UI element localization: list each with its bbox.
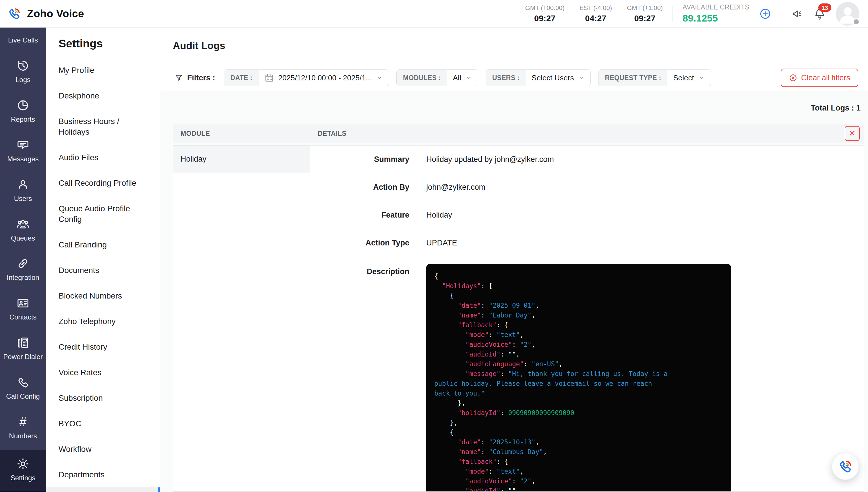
- timezone-label: EST (-4:00): [579, 4, 612, 12]
- clear-circle-icon: [789, 73, 797, 82]
- add-credits-button[interactable]: [759, 8, 771, 20]
- settings-menu-item-audit-logs[interactable]: Audit Logs: [46, 487, 160, 492]
- settings-menu-item-credit-history[interactable]: Credit History: [46, 334, 160, 360]
- code-line: "date": "2025-10-13",: [434, 437, 723, 447]
- zoho-voice-phone-icon: [7, 6, 22, 21]
- filter-users[interactable]: USERS :Select Users: [486, 70, 591, 86]
- announcements-button[interactable]: [791, 7, 804, 20]
- user-avatar[interactable]: [836, 2, 860, 26]
- divider: [672, 6, 673, 22]
- filter-modules-value-text: All: [453, 73, 461, 82]
- description-value: { "Holidays": [ { "date": "2025-09-01", …: [418, 257, 864, 491]
- sidebar-item-reports[interactable]: Reports: [0, 94, 46, 128]
- queues-icon: [16, 218, 30, 231]
- settings-menu-item-departments[interactable]: Departments: [46, 462, 160, 487]
- sidebar-item-live-calls[interactable]: Live Calls: [0, 31, 46, 49]
- powerdialer-icon: [16, 336, 30, 349]
- module-column: Holiday: [173, 146, 310, 491]
- filters-label-text: Filters :: [187, 73, 215, 82]
- close-details-button[interactable]: ✕: [845, 126, 860, 141]
- sidebar-item-power-dialer[interactable]: Power Dialer: [0, 331, 46, 365]
- detail-value: Holiday: [418, 201, 864, 229]
- filter-request-type[interactable]: REQUEST TYPE :Select: [598, 70, 711, 86]
- code-line: "mode": "text",: [434, 330, 723, 340]
- detail-row-action-type: Action TypeUPDATE: [310, 229, 864, 257]
- table-body: Holiday SummaryHoliday updated by john@z…: [173, 145, 864, 492]
- code-line: {: [434, 291, 723, 300]
- code-line: back to you.": [434, 388, 723, 398]
- settings-icon: [16, 457, 30, 470]
- dialer-fab[interactable]: [832, 453, 859, 480]
- column-header-module: MODULE: [173, 124, 310, 143]
- settings-menu-item-queue-audio-profile-config[interactable]: Queue Audio Profile Config: [46, 196, 160, 232]
- filter-date[interactable]: DATE :2025/12/10 00:00 - 2025/1...: [224, 70, 389, 86]
- chevron-down-icon: [376, 74, 383, 81]
- reports-icon: [16, 99, 30, 112]
- calendar-icon: [264, 73, 274, 83]
- settings-menu-item-voice-rates[interactable]: Voice Rates: [46, 360, 160, 385]
- code-line: "audioVoice": "2",: [434, 476, 723, 486]
- sidebar-item-numbers[interactable]: #Numbers: [0, 411, 46, 445]
- settings-menu-item-blocked-numbers[interactable]: Blocked Numbers: [46, 283, 160, 309]
- credits-value: 89.1255: [683, 13, 749, 24]
- notifications-button[interactable]: 13: [814, 7, 826, 20]
- settings-menu-item-my-profile[interactable]: My Profile: [46, 57, 160, 83]
- filter-modules-value[interactable]: All: [447, 70, 478, 86]
- settings-menu-item-call-branding[interactable]: Call Branding: [46, 232, 160, 257]
- logs-table-area: Total Logs : 1 MODULE DETAILS ✕ Holiday …: [160, 92, 868, 492]
- filter-modules[interactable]: MODULES :All: [396, 70, 478, 86]
- filters-label: Filters :: [175, 73, 215, 82]
- detail-label: Feature: [310, 201, 418, 229]
- notification-badge: 13: [818, 3, 831, 12]
- sidebar-item-messages[interactable]: Messages: [0, 134, 46, 168]
- sidebar-item-queues[interactable]: Queues: [0, 213, 46, 247]
- sidebar-item-label: Integration: [7, 274, 39, 281]
- settings-menu-item-workflow[interactable]: Workflow: [46, 436, 160, 462]
- clear-all-filters-label: Clear all filters: [801, 73, 850, 82]
- filter-users-value[interactable]: Select Users: [526, 70, 590, 86]
- sidebar-item-logs[interactable]: Logs: [0, 54, 46, 89]
- code-line: "mode": "text",: [434, 466, 723, 476]
- filter-users-value-text: Select Users: [531, 73, 574, 82]
- settings-menu-item-documents[interactable]: Documents: [46, 257, 160, 283]
- detail-row-summary: SummaryHoliday updated by john@zylker.co…: [310, 146, 864, 173]
- filter-request-type-value[interactable]: Select: [667, 70, 711, 86]
- sidebar-item-integration[interactable]: Integration: [0, 252, 46, 286]
- dialer-phone-icon: [837, 459, 853, 474]
- sidebar-item-contacts[interactable]: Contacts: [0, 292, 46, 326]
- settings-menu-item-deskphone[interactable]: Deskphone: [46, 83, 160, 108]
- module-row-holiday[interactable]: Holiday: [173, 146, 310, 173]
- code-line: "name": "Labor Day",: [434, 310, 723, 320]
- filter-date-value-text: 2025/12/10 00:00 - 2025/1...: [278, 73, 372, 82]
- sidebar-item-call-config[interactable]: Call Config: [0, 371, 46, 405]
- detail-value: Holiday updated by john@zylker.com: [418, 146, 864, 173]
- sidebar-item-settings[interactable]: Settings: [0, 450, 46, 492]
- clear-all-filters-button[interactable]: Clear all filters: [781, 69, 858, 87]
- timezone-clocks: GMT (+00:00) 09:27EST (-4:00) 04:27GMT (…: [525, 4, 663, 23]
- contacts-icon: [16, 297, 30, 310]
- chevron-down-icon: [578, 74, 585, 81]
- integration-icon: [16, 257, 30, 270]
- settings-menu-item-business-hours-holidays[interactable]: Business Hours / Holidays: [46, 108, 160, 145]
- detail-label: Summary: [310, 146, 418, 173]
- settings-menu-item-subscription[interactable]: Subscription: [46, 385, 160, 411]
- top-bar: Zoho Voice GMT (+00:00) 09:27EST (-4:00)…: [0, 0, 868, 28]
- settings-menu-panel: Settings My ProfileDeskphoneBusiness Hou…: [46, 28, 160, 492]
- code-line: "audioId": "",: [434, 349, 723, 359]
- chevron-down-icon: [698, 74, 705, 81]
- sidebar-item-label: Live Calls: [8, 36, 38, 44]
- settings-menu-item-audio-files[interactable]: Audio Files: [46, 145, 160, 170]
- code-line: "holidayId": 09090909090909090: [434, 408, 723, 418]
- code-line: {: [434, 271, 723, 281]
- detail-row-feature: FeatureHoliday: [310, 201, 864, 229]
- top-bar-right: GMT (+00:00) 09:27EST (-4:00) 04:27GMT (…: [525, 2, 860, 26]
- code-line: "audioLanguage": "en-US",: [434, 359, 723, 369]
- details-column: SummaryHoliday updated by john@zylker.co…: [310, 146, 864, 491]
- settings-menu-item-call-recording-profile[interactable]: Call Recording Profile: [46, 170, 160, 196]
- settings-menu-item-byoc[interactable]: BYOC: [46, 411, 160, 436]
- sidebar-item-users[interactable]: Users: [0, 173, 46, 207]
- page-header: Audit Logs: [160, 28, 868, 64]
- settings-menu-item-zoho-telephony[interactable]: Zoho Telephony: [46, 309, 160, 334]
- status-dot: [852, 18, 860, 26]
- filter-date-value[interactable]: 2025/12/10 00:00 - 2025/1...: [258, 70, 389, 86]
